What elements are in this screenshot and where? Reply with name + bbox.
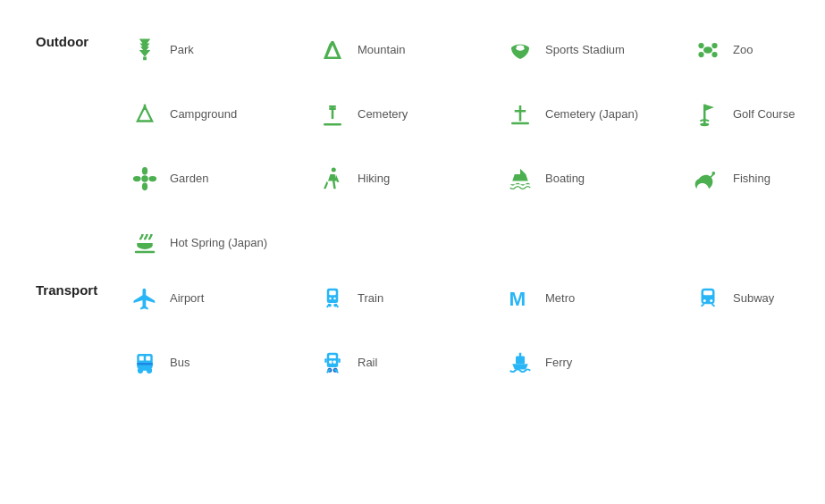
svg-rect-46: [329, 361, 332, 364]
outdoor-label: Outdoor: [36, 27, 125, 266]
svg-rect-37: [137, 354, 153, 368]
list-item: Rail: [313, 340, 501, 386]
list-item: Subway: [688, 275, 825, 322]
svg-rect-28: [329, 298, 332, 300]
svg-point-34: [710, 299, 712, 302]
svg-point-2: [698, 43, 703, 48]
boating-icon: [504, 163, 536, 195]
list-item: Boating: [501, 155, 688, 202]
svg-point-18: [148, 176, 156, 181]
svg-rect-38: [139, 357, 144, 361]
garden-label: Garden: [170, 172, 208, 187]
list-item: Fishing: [688, 155, 825, 202]
airport-icon: [129, 282, 161, 315]
empty-slot: [313, 220, 501, 266]
list-item: Mountain: [313, 27, 501, 73]
svg-rect-39: [146, 357, 150, 361]
svg-point-13: [700, 122, 709, 126]
svg-rect-22: [327, 289, 339, 303]
subway-label: Subway: [733, 291, 774, 307]
list-item: Train: [313, 275, 501, 322]
svg-rect-8: [324, 123, 341, 126]
list-item: Hot Spring (Japan): [125, 220, 313, 266]
list-item: Cemetery (Japan): [501, 91, 688, 138]
metro-icon: M: [504, 282, 536, 315]
empty-slot: [688, 220, 825, 266]
airport-label: Airport: [170, 291, 204, 307]
svg-point-3: [711, 43, 717, 48]
train-label: Train: [358, 291, 383, 307]
svg-point-1: [516, 45, 525, 50]
svg-rect-0: [143, 57, 147, 61]
zoo-label: Zoo: [733, 43, 753, 58]
boating-label: Boating: [545, 172, 585, 187]
bus-label: Bus: [170, 356, 189, 371]
transport-grid: Airport Train: [125, 275, 825, 386]
svg-point-16: [142, 182, 147, 190]
list-item: Zoo: [688, 27, 825, 73]
ferry-icon: [504, 347, 536, 379]
cemetery-japan-icon: [504, 98, 536, 130]
svg-point-14: [141, 175, 148, 182]
svg-rect-40: [137, 363, 153, 365]
svg-point-20: [711, 172, 715, 175]
cemetery-japan-label: Cemetery (Japan): [545, 107, 638, 122]
fishing-icon: [692, 163, 724, 195]
garden-icon: [129, 163, 161, 195]
svg-point-19: [332, 168, 336, 172]
svg-line-27: [336, 304, 339, 307]
list-item: Airport: [125, 275, 313, 322]
svg-rect-10: [515, 110, 526, 113]
svg-rect-53: [338, 358, 341, 363]
svg-point-33: [703, 299, 706, 302]
list-item: Bus: [125, 340, 313, 386]
campground-label: Campground: [170, 107, 237, 122]
rail-icon: [316, 347, 349, 379]
golf-course-icon: [692, 98, 724, 130]
svg-rect-32: [703, 290, 712, 295]
list-item: Cemetery: [313, 91, 501, 138]
svg-line-36: [711, 304, 714, 307]
hiking-label: Hiking: [358, 172, 390, 187]
park-label: Park: [170, 43, 194, 58]
cemetery-label: Cemetery: [358, 107, 408, 122]
rail-label: Rail: [358, 356, 377, 371]
svg-rect-45: [329, 355, 336, 358]
transport-label: Transport: [36, 275, 125, 386]
svg-point-15: [142, 167, 147, 175]
empty-slot: [688, 340, 825, 386]
svg-rect-55: [519, 353, 522, 358]
svg-rect-29: [333, 298, 336, 300]
list-item: Campground: [125, 91, 313, 138]
svg-rect-47: [333, 361, 336, 364]
svg-rect-9: [519, 105, 522, 122]
svg-point-4: [698, 52, 703, 57]
svg-rect-52: [324, 358, 327, 363]
bus-icon: [129, 347, 161, 379]
svg-line-50: [327, 370, 330, 374]
golf-course-label: Golf Course: [733, 107, 795, 122]
svg-line-51: [336, 370, 339, 374]
svg-line-35: [702, 304, 704, 307]
sports-stadium-icon: [504, 34, 536, 66]
list-item: Garden: [125, 155, 313, 202]
list-item: Ferry: [501, 340, 688, 386]
svg-point-5: [711, 52, 717, 57]
hot-spring-icon: [129, 227, 161, 259]
mountain-label: Mountain: [358, 43, 405, 58]
outdoor-section: Outdoor Park: [36, 27, 789, 266]
list-item: Golf Course: [688, 91, 825, 138]
svg-rect-23: [329, 290, 336, 295]
empty-slot: [501, 220, 688, 266]
svg-rect-21: [135, 251, 156, 254]
campground-icon: [129, 98, 161, 130]
list-item: Sports Stadium: [501, 27, 688, 73]
outdoor-grid: Park Mountain: [125, 27, 825, 266]
hot-spring-label: Hot Spring (Japan): [170, 236, 267, 251]
metro-label: Metro: [545, 291, 575, 307]
sports-stadium-label: Sports Stadium: [545, 43, 625, 58]
svg-text:M: M: [509, 288, 526, 310]
svg-rect-11: [511, 122, 529, 125]
page: Outdoor Park: [0, 0, 825, 422]
svg-point-17: [133, 176, 141, 181]
